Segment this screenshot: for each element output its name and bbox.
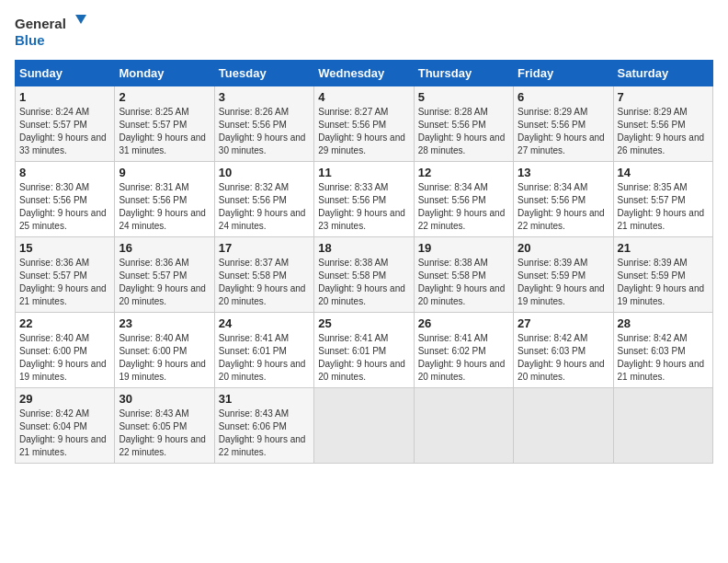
day-number: 28 [618,316,709,330]
day-info: Sunrise: 8:41 AMSunset: 6:01 PMDaylight:… [219,332,310,384]
calendar-cell: 16Sunrise: 8:36 AMSunset: 5:57 PMDayligh… [115,236,214,312]
day-info: Sunrise: 8:42 AMSunset: 6:04 PMDaylight:… [19,408,110,459]
day-info: Sunrise: 8:34 AMSunset: 5:56 PMDaylight:… [518,181,609,233]
day-info: Sunrise: 8:38 AMSunset: 5:58 PMDaylight:… [418,257,509,308]
calendar-cell: 29Sunrise: 8:42 AMSunset: 6:04 PMDayligh… [16,387,115,463]
calendar-cell: 27Sunrise: 8:42 AMSunset: 6:03 PMDayligh… [514,312,613,387]
day-number: 2 [119,90,210,104]
day-number: 21 [618,241,709,255]
weekday-header-row: SundayMondayTuesdayWednesdayThursdayFrid… [16,60,713,86]
logo-general: General [15,17,66,32]
calendar-cell: 11Sunrise: 8:33 AMSunset: 5:56 PMDayligh… [314,161,414,236]
day-number: 8 [19,166,110,179]
day-number: 9 [119,166,210,179]
calendar-cell: 2Sunrise: 8:25 AMSunset: 5:57 PMDaylight… [115,86,214,161]
calendar-cell: 7Sunrise: 8:29 AMSunset: 5:56 PMDaylight… [613,86,712,161]
calendar-cell: 12Sunrise: 8:34 AMSunset: 5:56 PMDayligh… [414,161,513,236]
calendar-cell: 21Sunrise: 8:39 AMSunset: 5:59 PMDayligh… [613,236,712,312]
logo-arrow-icon [68,15,86,33]
day-info: Sunrise: 8:27 AMSunset: 5:56 PMDaylight:… [318,106,409,157]
day-number: 23 [119,316,210,330]
calendar-cell: 18Sunrise: 8:38 AMSunset: 5:58 PMDayligh… [314,236,414,312]
day-info: Sunrise: 8:28 AMSunset: 5:56 PMDaylight:… [418,106,509,157]
day-number: 11 [318,166,409,179]
calendar-cell: 19Sunrise: 8:38 AMSunset: 5:58 PMDayligh… [414,236,513,312]
day-info: Sunrise: 8:33 AMSunset: 5:56 PMDaylight:… [318,181,409,233]
weekday-header-saturday: Saturday [613,60,712,86]
day-info: Sunrise: 8:39 AMSunset: 5:59 PMDaylight:… [518,257,609,308]
day-number: 16 [119,241,210,255]
day-info: Sunrise: 8:29 AMSunset: 5:56 PMDaylight:… [518,106,609,157]
day-info: Sunrise: 8:42 AMSunset: 6:03 PMDaylight:… [518,332,609,384]
day-number: 1 [19,90,110,104]
day-number: 27 [518,316,609,330]
calendar-cell: 26Sunrise: 8:41 AMSunset: 6:02 PMDayligh… [414,312,513,387]
calendar-cell: 5Sunrise: 8:28 AMSunset: 5:56 PMDaylight… [414,86,513,161]
weekday-header-monday: Monday [115,60,214,86]
calendar-table: SundayMondayTuesdayWednesdayThursdayFrid… [15,60,713,464]
calendar-cell [414,387,513,463]
logo: General Blue [15,15,86,49]
calendar-cell [514,387,613,463]
day-number: 13 [518,166,609,179]
day-info: Sunrise: 8:26 AMSunset: 5:56 PMDaylight:… [219,106,310,157]
calendar-cell: 17Sunrise: 8:37 AMSunset: 5:58 PMDayligh… [214,236,313,312]
calendar-cell: 28Sunrise: 8:42 AMSunset: 6:03 PMDayligh… [613,312,712,387]
day-number: 22 [19,316,110,330]
day-info: Sunrise: 8:43 AMSunset: 6:06 PMDaylight:… [219,408,310,459]
weekday-header-sunday: Sunday [16,60,115,86]
day-info: Sunrise: 8:31 AMSunset: 5:56 PMDaylight:… [119,181,210,233]
calendar-cell: 4Sunrise: 8:27 AMSunset: 5:56 PMDaylight… [314,86,414,161]
day-number: 26 [418,316,509,330]
day-info: Sunrise: 8:43 AMSunset: 6:05 PMDaylight:… [119,408,210,459]
header: General Blue [15,15,713,49]
day-number: 5 [418,90,509,104]
day-number: 17 [219,241,310,255]
day-info: Sunrise: 8:41 AMSunset: 6:01 PMDaylight:… [318,332,409,384]
day-info: Sunrise: 8:40 AMSunset: 6:00 PMDaylight:… [19,332,110,384]
calendar-cell: 30Sunrise: 8:43 AMSunset: 6:05 PMDayligh… [115,387,214,463]
calendar-cell: 3Sunrise: 8:26 AMSunset: 5:56 PMDaylight… [214,86,313,161]
svg-marker-0 [75,15,86,24]
day-info: Sunrise: 8:38 AMSunset: 5:58 PMDaylight:… [318,257,409,308]
day-info: Sunrise: 8:25 AMSunset: 5:57 PMDaylight:… [119,106,210,157]
day-info: Sunrise: 8:30 AMSunset: 5:56 PMDaylight:… [19,181,110,233]
day-number: 29 [19,392,110,406]
day-number: 15 [19,241,110,255]
day-number: 24 [219,316,310,330]
logo-blue: Blue [15,33,86,49]
calendar-cell [613,387,712,463]
calendar-cell: 23Sunrise: 8:40 AMSunset: 6:00 PMDayligh… [115,312,214,387]
day-info: Sunrise: 8:40 AMSunset: 6:00 PMDaylight:… [119,332,210,384]
calendar-cell: 25Sunrise: 8:41 AMSunset: 6:01 PMDayligh… [314,312,414,387]
day-info: Sunrise: 8:42 AMSunset: 6:03 PMDaylight:… [618,332,709,384]
day-number: 7 [618,90,709,104]
calendar-week-2: 8Sunrise: 8:30 AMSunset: 5:56 PMDaylight… [16,161,713,236]
calendar-cell: 15Sunrise: 8:36 AMSunset: 5:57 PMDayligh… [16,236,115,312]
calendar-cell: 31Sunrise: 8:43 AMSunset: 6:06 PMDayligh… [214,387,313,463]
weekday-header-tuesday: Tuesday [214,60,313,86]
day-number: 31 [219,392,310,406]
day-number: 19 [418,241,509,255]
calendar-cell: 9Sunrise: 8:31 AMSunset: 5:56 PMDaylight… [115,161,214,236]
day-number: 6 [518,90,609,104]
day-number: 14 [618,166,709,179]
calendar-cell: 22Sunrise: 8:40 AMSunset: 6:00 PMDayligh… [16,312,115,387]
day-info: Sunrise: 8:34 AMSunset: 5:56 PMDaylight:… [418,181,509,233]
weekday-header-wednesday: Wednesday [314,60,414,86]
calendar-cell: 10Sunrise: 8:32 AMSunset: 5:56 PMDayligh… [214,161,313,236]
calendar-week-5: 29Sunrise: 8:42 AMSunset: 6:04 PMDayligh… [16,387,713,463]
calendar-cell [314,387,414,463]
calendar-week-4: 22Sunrise: 8:40 AMSunset: 6:00 PMDayligh… [16,312,713,387]
weekday-header-thursday: Thursday [414,60,513,86]
logo-container: General Blue [15,15,86,49]
calendar-week-1: 1Sunrise: 8:24 AMSunset: 5:57 PMDaylight… [16,86,713,161]
day-info: Sunrise: 8:24 AMSunset: 5:57 PMDaylight:… [19,106,110,157]
day-number: 3 [219,90,310,104]
weekday-header-friday: Friday [514,60,613,86]
day-number: 25 [318,316,409,330]
calendar-cell: 8Sunrise: 8:30 AMSunset: 5:56 PMDaylight… [16,161,115,236]
day-info: Sunrise: 8:41 AMSunset: 6:02 PMDaylight:… [418,332,509,384]
day-info: Sunrise: 8:37 AMSunset: 5:58 PMDaylight:… [219,257,310,308]
day-number: 10 [219,166,310,179]
